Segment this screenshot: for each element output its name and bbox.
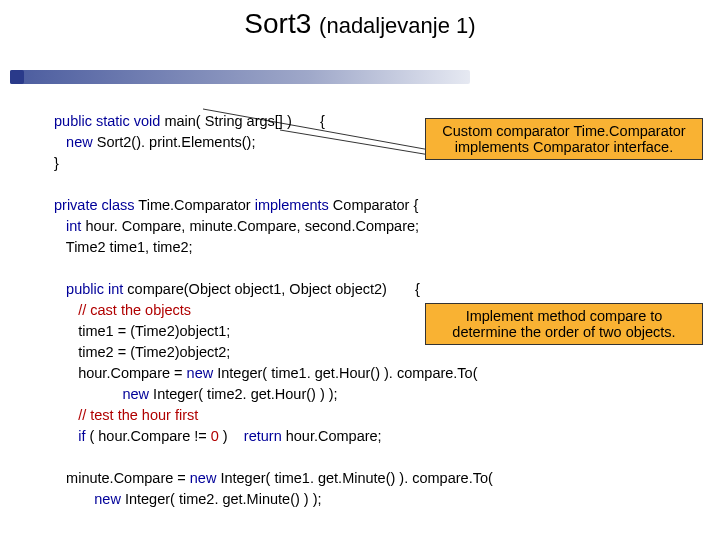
kw: return xyxy=(244,428,282,444)
comment: // test the hour first xyxy=(54,407,198,423)
comment: // cast the objects xyxy=(54,302,191,318)
code-text: Time2 time1, time2; xyxy=(54,239,193,255)
kw: if xyxy=(54,428,85,444)
blank xyxy=(54,449,58,465)
code-text: time2 = (Time2)object2; xyxy=(54,344,230,360)
code-text: Comparator { xyxy=(329,197,418,213)
code-text: time1 = (Time2)object1; xyxy=(54,323,230,339)
kw: new xyxy=(187,365,214,381)
kw: public static void xyxy=(54,113,160,129)
kw: new xyxy=(54,386,149,402)
kw: new xyxy=(54,491,121,507)
code-text: Integer( time1. get.Hour() ). compare.To… xyxy=(213,365,477,381)
code-text: Integer( time2. get.Hour() ) ); xyxy=(149,386,338,402)
title-sub: (nadaljevanje 1) xyxy=(319,13,476,38)
code-text: Sort2(). print.Elements(); xyxy=(93,134,256,150)
code-text: Integer( time2. get.Minute() ) ); xyxy=(121,491,322,507)
kw: new xyxy=(190,470,217,486)
blank xyxy=(54,176,58,192)
callout-compare-method: Implement method compare to determine th… xyxy=(425,303,703,345)
kw: private class xyxy=(54,197,135,213)
kw: implements xyxy=(255,197,329,213)
kw: public int xyxy=(54,281,123,297)
code-text: hour. Compare, minute.Compare, second.Co… xyxy=(81,218,419,234)
code-text: ( hour.Compare != xyxy=(85,428,210,444)
code-text: hour.Compare = xyxy=(54,365,187,381)
blank xyxy=(54,260,58,276)
title-main: Sort3 xyxy=(244,8,311,39)
decorative-bar xyxy=(10,70,470,84)
code-text: Time.Comparator xyxy=(135,197,255,213)
slide-title: Sort3 (nadaljevanje 1) xyxy=(0,8,720,40)
code-text: Integer( time1. get.Minute() ). compare.… xyxy=(216,470,492,486)
code-text: } xyxy=(54,155,59,171)
code-text: ) xyxy=(219,428,244,444)
code-text: compare(Object object1, Object object2) … xyxy=(123,281,420,297)
kw: int xyxy=(54,218,81,234)
kw: new xyxy=(54,134,93,150)
literal: 0 xyxy=(211,428,219,444)
code-text: main( String args[] ) { xyxy=(160,113,324,129)
code-text: hour.Compare; xyxy=(282,428,382,444)
callout-comparator: Custom comparator Time.Comparator implem… xyxy=(425,118,703,160)
code-text: minute.Compare = xyxy=(54,470,190,486)
